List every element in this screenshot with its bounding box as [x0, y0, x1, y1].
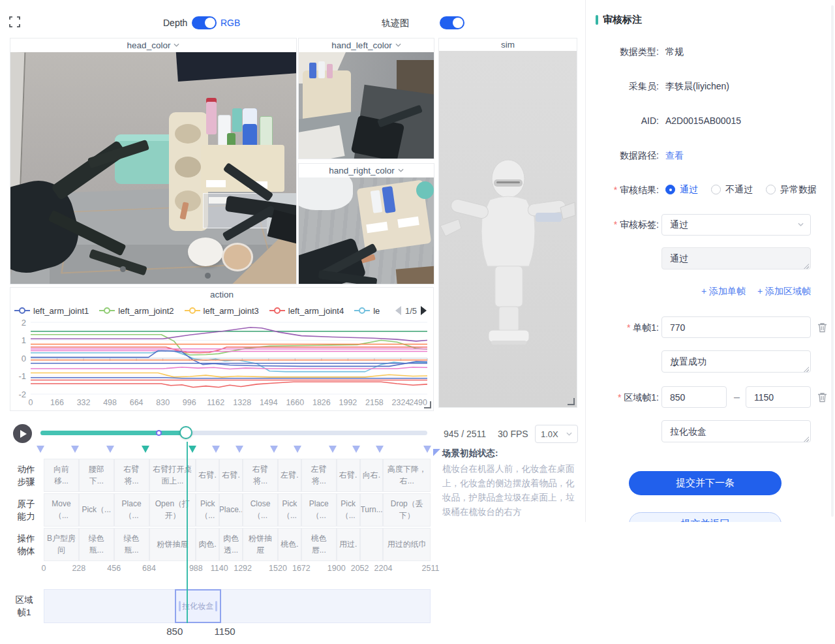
step-cell: 桃色. — [278, 528, 301, 561]
head-camera-title[interactable]: head_color — [10, 38, 296, 52]
chevron-down-icon — [398, 168, 404, 174]
radio-pass-label[interactable]: 通过 — [680, 184, 698, 194]
step-cell: Move（... — [44, 493, 79, 527]
chevron-down-icon — [798, 222, 804, 228]
region-note-textarea[interactable]: 拉化妆盒 — [661, 420, 811, 442]
segment-right-handle[interactable] — [215, 601, 217, 611]
legend-marker-icon — [185, 307, 200, 314]
single-frame-label: 单帧1: — [586, 322, 659, 334]
step-cell: 用过的纸巾 — [383, 528, 431, 561]
play-icon — [20, 430, 27, 438]
radio-fail-label[interactable]: 不通过 — [725, 184, 753, 194]
delete-region-frame-icon[interactable] — [817, 392, 827, 403]
svg-text:1826: 1826 — [312, 398, 331, 407]
legend-item[interactable]: le — [354, 306, 380, 316]
step-marker-triangle[interactable] — [235, 446, 243, 453]
tag-select[interactable]: 通过 — [661, 214, 811, 236]
tube-pink — [327, 64, 333, 78]
data-path-link[interactable]: 查看 — [665, 150, 684, 162]
svg-text:1328: 1328 — [233, 398, 251, 407]
legend-prev-icon[interactable] — [395, 306, 401, 315]
hand-right-camera-title[interactable]: hand_right_color — [299, 164, 434, 177]
add-single-frame-link[interactable]: + 添加单帧 — [701, 286, 746, 296]
step-cell: 右臂将... — [243, 459, 278, 492]
depth-rgb-toggle[interactable] — [192, 16, 217, 29]
legend-next-icon[interactable] — [421, 306, 427, 315]
svg-text:-1: -1 — [18, 371, 26, 381]
scene-state-text: 梳妆台在机器人前，化妆盒在桌面上，化妆盒的侧边摆放着物品，化妆品，护肤品盒垃圾在… — [442, 462, 579, 519]
step-cell: 左臂将... — [301, 459, 337, 492]
cotton-blob — [188, 238, 223, 266]
hand-left-camera-photo — [299, 52, 434, 159]
trajectory-toggle[interactable] — [440, 16, 464, 29]
single-frame-input[interactable] — [661, 316, 811, 338]
step-marker-triangle[interactable] — [352, 446, 360, 453]
segment-left-handle[interactable] — [179, 601, 181, 611]
step-marker-triangle[interactable] — [329, 446, 337, 453]
camera-title-text: hand_left_color — [331, 40, 391, 50]
axis-tick-label: 1900 — [327, 564, 346, 573]
organizer-hole — [175, 157, 201, 177]
speed-select[interactable]: 1.0X — [535, 425, 578, 443]
legend-item[interactable]: left_arm_joint3 — [185, 306, 259, 316]
fullscreen-icon[interactable] — [9, 16, 20, 30]
step-cell: 左臂. — [278, 459, 301, 492]
head-camera-panel: head_color — [10, 38, 297, 284]
region-segment[interactable]: 拉化妆盒 — [175, 589, 221, 623]
step-marker-triangle[interactable] — [142, 446, 149, 453]
action-chart[interactable]: 210-1-2016633249866483099611621328149416… — [11, 317, 433, 410]
hand-right-camera-panel: hand_right_color — [298, 163, 434, 284]
add-region-frame-link[interactable]: + 添加区域帧 — [757, 286, 811, 296]
delete-single-frame-icon[interactable] — [817, 322, 827, 333]
region-frame-track[interactable]: 拉化妆盒 — [44, 589, 431, 623]
head-camera-photo — [10, 52, 296, 284]
data-type-label: 数据类型: — [586, 46, 659, 58]
step-marker-triangle[interactable] — [189, 446, 196, 453]
hand-left-camera-title[interactable]: hand_left_color — [299, 38, 434, 52]
step-marker-triangle[interactable] — [270, 446, 278, 453]
step-marker-triangle[interactable] — [376, 446, 384, 453]
legend-item[interactable]: left_arm_joint1 — [14, 306, 89, 316]
tag-note-textarea[interactable]: 通过 — [661, 247, 811, 269]
drawer-knob — [205, 273, 211, 279]
legend-label: left_arm_joint2 — [118, 306, 174, 316]
radio-fail[interactable] — [711, 185, 721, 194]
legend-label: le — [373, 306, 380, 316]
step-cell: Place（... — [301, 493, 337, 527]
legend-item[interactable]: left_arm_joint2 — [99, 306, 174, 316]
scrollbar[interactable] — [831, 5, 834, 517]
single-frame-note-textarea[interactable]: 放置成功 — [661, 350, 811, 373]
radio-pass[interactable] — [665, 185, 675, 194]
step-cell: Drop（丢下） — [383, 493, 431, 527]
legend-page-indicator: 1/5 — [405, 306, 417, 316]
resize-corner-icon[interactable] — [568, 398, 575, 405]
radio-abnormal-label[interactable]: 异常数据 — [780, 184, 817, 194]
step-marker-triangle[interactable] — [294, 446, 301, 453]
region-end-input[interactable] — [746, 386, 811, 408]
review-panel: 审核标注 数据类型: 常规 采集员: 李轶晨(liyichen) AID: A2… — [585, 0, 835, 522]
legend-marker-icon — [14, 307, 30, 314]
step-cell: 右臂. — [196, 459, 219, 492]
sim-viewport[interactable] — [439, 51, 577, 407]
step-marker-triangle[interactable] — [37, 446, 44, 453]
step-marker-triangle[interactable] — [212, 446, 220, 453]
axis-tick-label: 2204 — [374, 564, 393, 573]
step-cell: 绿色瓶... — [114, 528, 149, 561]
legend-item[interactable]: left_arm_joint4 — [269, 306, 344, 316]
result-radio-group: 通过不通过异常数据 — [665, 184, 817, 196]
step-marker-triangle[interactable] — [71, 446, 79, 453]
fps-label: 30 FPS — [498, 429, 528, 439]
playback-slider[interactable] — [40, 431, 427, 435]
region-start-input[interactable] — [661, 386, 727, 408]
sim-title-text: sim — [501, 40, 515, 50]
step-cell: 高度下降，右... — [383, 459, 431, 492]
step-marker-triangle[interactable] — [106, 446, 114, 453]
play-button[interactable] — [13, 424, 32, 443]
series-line — [31, 378, 427, 378]
radio-abnormal[interactable] — [766, 185, 776, 194]
step-marker-triangle[interactable] — [423, 446, 431, 453]
slider-handle[interactable] — [179, 426, 192, 439]
submit-return-button[interactable]: 提交并返回 — [629, 512, 782, 522]
svg-text:2324: 2324 — [392, 398, 410, 407]
submit-next-button[interactable]: 提交并下一条 — [629, 471, 782, 495]
